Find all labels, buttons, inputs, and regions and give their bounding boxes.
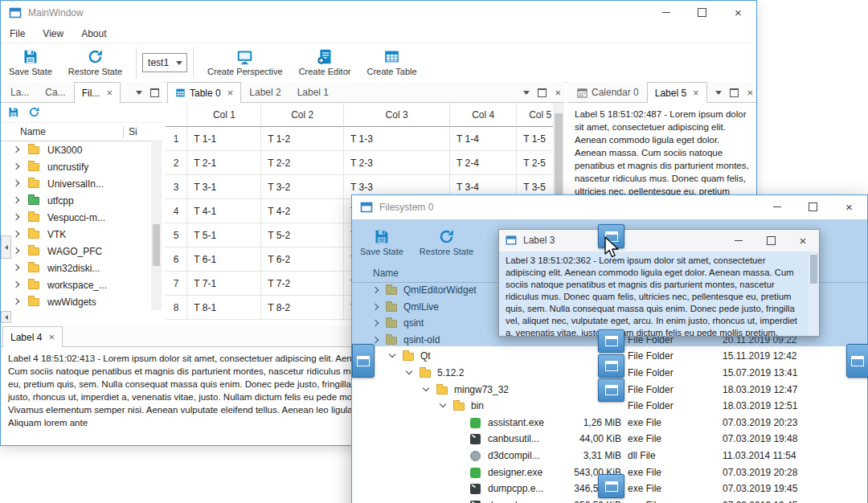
row-number[interactable]: 8 <box>166 296 187 320</box>
perspective-combo[interactable]: test1 <box>142 53 187 72</box>
maximize-button[interactable] <box>684 1 720 24</box>
table-cell[interactable]: T 6-1 <box>187 247 261 272</box>
scroll-left-button[interactable] <box>1 311 11 323</box>
float-panel-icon[interactable] <box>538 88 547 97</box>
close-button[interactable]: × <box>720 1 756 24</box>
drop-indicator-center-down[interactable] <box>598 378 624 402</box>
tree-item[interactable]: VTK <box>1 226 162 243</box>
right-tab-1[interactable]: Label 5× <box>647 82 707 103</box>
expand-icon[interactable] <box>440 401 446 407</box>
center-tab-2[interactable]: Label 1 <box>289 82 337 102</box>
scroll-left-button[interactable] <box>1 235 11 259</box>
minimize-button[interactable] <box>648 1 684 24</box>
tab-close-icon[interactable]: × <box>106 87 113 99</box>
drop-indicator-center[interactable] <box>598 354 624 378</box>
expand-icon[interactable] <box>13 247 19 254</box>
column-divider[interactable] <box>123 126 124 138</box>
expand-icon[interactable] <box>13 197 19 203</box>
left-tab-2[interactable]: Fil...× <box>74 82 121 103</box>
row-number[interactable]: 3 <box>166 175 187 199</box>
left-tab-0[interactable]: La... <box>2 82 37 102</box>
tree-item[interactable]: UK3000 <box>1 141 162 158</box>
table-cell[interactable]: T 7-1 <box>187 272 261 296</box>
expand-icon[interactable] <box>13 214 19 220</box>
float-panel-icon[interactable] <box>150 88 159 97</box>
row-number[interactable]: 5 <box>166 223 187 247</box>
label3-titlebar[interactable]: Label 3 × <box>499 230 819 252</box>
row-number[interactable]: 1 <box>166 127 187 151</box>
expand-icon[interactable] <box>13 264 19 271</box>
row-number[interactable]: 2 <box>166 151 187 175</box>
row-number[interactable]: 6 <box>166 247 187 272</box>
tree-item[interactable]: workspace_... <box>1 276 162 293</box>
table-cell[interactable]: T 1-4 <box>450 127 517 151</box>
table-cell[interactable]: T 1-3 <box>344 127 450 151</box>
tree-item[interactable]: uncrustify <box>1 158 162 175</box>
table-cell[interactable]: T 8-1 <box>187 296 261 320</box>
center-tab-1[interactable]: Label 2 <box>241 82 289 102</box>
table-cell[interactable]: T 4-2 <box>261 199 344 223</box>
label3-window[interactable]: Label 3 × Label 3 18:51:02:362 - Lorem i… <box>498 229 820 337</box>
table-cell[interactable]: T 3-2 <box>261 175 344 199</box>
table-cell[interactable]: T 2-3 <box>344 151 450 175</box>
vertical-scrollbar[interactable] <box>151 140 162 310</box>
expand-icon[interactable] <box>13 281 19 288</box>
column-header[interactable]: Col 2 <box>261 103 344 127</box>
close-button[interactable]: × <box>831 195 867 219</box>
column-header-size[interactable]: Si <box>129 126 137 137</box>
float-panel-icon[interactable] <box>730 88 739 97</box>
menu-item-view[interactable]: View <box>34 28 72 39</box>
restore-state-button[interactable]: Restore State <box>60 47 130 78</box>
minimize-button[interactable] <box>759 195 795 219</box>
close-panel-icon[interactable]: × <box>747 88 753 98</box>
filesystem-titlebar[interactable]: Filesystem 0 × <box>352 195 867 219</box>
expand-icon[interactable] <box>13 163 19 170</box>
table-cell[interactable]: T 4-1 <box>187 199 261 223</box>
expand-icon[interactable] <box>13 180 19 186</box>
right-tab-0[interactable]: Calendar 0 <box>569 82 647 102</box>
menu-item-about[interactable]: About <box>72 28 115 39</box>
tab-menu-icon[interactable] <box>523 91 530 95</box>
row-number[interactable]: 7 <box>166 272 187 296</box>
scrollbar-thumb[interactable] <box>153 224 160 266</box>
expand-icon[interactable] <box>389 351 395 358</box>
minimize-button[interactable] <box>723 230 755 251</box>
column-header[interactable]: Col 1 <box>187 103 261 127</box>
row-number[interactable]: 4 <box>166 199 187 223</box>
drop-indicator-right[interactable] <box>846 344 868 378</box>
table-cell[interactable]: T 3-1 <box>187 175 261 199</box>
close-button[interactable]: × <box>787 230 819 251</box>
tab-close-icon[interactable]: × <box>693 87 699 99</box>
tree-item[interactable]: wwWidgets <box>1 293 162 310</box>
drop-indicator-left[interactable] <box>352 344 375 378</box>
tab-close-icon[interactable]: × <box>227 87 234 99</box>
drop-indicator-center-up[interactable] <box>598 329 624 353</box>
center-tab-0[interactable]: Table 0× <box>167 82 241 103</box>
bottom-tab-0[interactable]: Label 4× <box>2 326 63 347</box>
close-panel-icon[interactable]: × <box>555 88 561 98</box>
column-header[interactable]: Col 4 <box>450 103 517 127</box>
left-tab-1[interactable]: Ca... <box>37 82 73 102</box>
table-cell[interactable]: T 5-1 <box>187 223 261 247</box>
table-cell[interactable]: T 1-1 <box>187 127 261 151</box>
table-cell[interactable]: T 8-2 <box>261 296 344 320</box>
tree-header[interactable]: Name Si <box>1 123 162 141</box>
column-header[interactable]: Col 3 <box>344 103 450 127</box>
scrollbar-thumb[interactable] <box>810 255 817 284</box>
file-row[interactable]: d3dcompil...3,31 MiBdll File11.03.2014 1… <box>352 448 867 464</box>
create-table-button[interactable]: Create Table <box>358 47 424 78</box>
maximize-button[interactable] <box>755 230 787 251</box>
refresh-icon[interactable] <box>28 106 40 118</box>
expand-icon[interactable] <box>13 231 19 237</box>
tree-item[interactable]: UniversalIn... <box>1 175 162 192</box>
table-cell[interactable]: T 2-2 <box>261 151 344 175</box>
tab-menu-icon[interactable] <box>136 91 142 95</box>
tree-item[interactable]: utfcpp <box>1 192 162 209</box>
drop-indicator-bottom[interactable] <box>598 474 624 498</box>
maximize-button[interactable] <box>795 195 831 219</box>
main-titlebar[interactable]: MainWindow × <box>1 1 756 25</box>
table-cell[interactable]: T 2-4 <box>450 151 517 175</box>
tree-item[interactable]: Vespucci-m... <box>1 209 162 226</box>
menu-item-file[interactable]: File <box>1 28 34 39</box>
table-cell[interactable]: T 5-2 <box>261 223 344 247</box>
